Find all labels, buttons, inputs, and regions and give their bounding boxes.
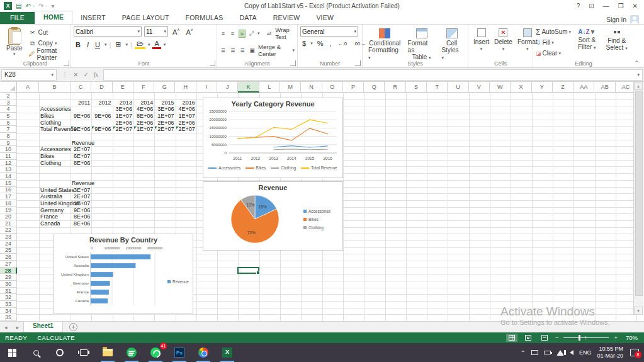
column-header-Z[interactable]: Z [553, 82, 573, 93]
insert-cells-button[interactable]: Insert▾ [471, 28, 492, 53]
row-header-7[interactable]: 7 [0, 126, 17, 133]
column-header-V[interactable]: V [469, 82, 490, 93]
tab-home[interactable]: HOME [35, 11, 72, 24]
legend-item-clothing[interactable]: Clothing [271, 166, 296, 170]
column-header-R[interactable]: R [385, 82, 406, 93]
normal-view-button[interactable] [506, 334, 517, 342]
tray-volume-icon[interactable] [570, 350, 573, 355]
grid-cell-C20[interactable]: 8E+06 [71, 213, 91, 220]
sheet-nav-left-icon[interactable]: ◂ [0, 324, 12, 331]
chart-revenue-by-country[interactable]: Revenue By Country0100000002000000030000… [54, 234, 193, 314]
column-header-K[interactable]: K [238, 82, 259, 93]
grid-cell-E3[interactable]: 2013 [113, 99, 133, 106]
font-dialog-launcher[interactable] [210, 60, 215, 66]
zoom-slider-thumb[interactable] [579, 335, 580, 341]
search-taskbar-button[interactable] [28, 345, 43, 360]
top-align-button[interactable]: ≡ [220, 30, 227, 38]
enter-formula-icon[interactable]: ✓ [83, 71, 88, 78]
percent-button[interactable]: % [315, 40, 325, 47]
series-bikes[interactable] [237, 128, 327, 140]
scroll-up-icon[interactable]: ▴ [634, 82, 643, 90]
avatar[interactable] [630, 15, 639, 24]
alignment-dialog-launcher[interactable] [290, 60, 296, 66]
photoshop-taskbar-button[interactable]: Ps [172, 345, 187, 360]
underline-button[interactable]: U [93, 41, 102, 48]
increase-decimal-button[interactable]: ←.0 [336, 41, 349, 47]
fill-button[interactable]: ⇩Fill▾ [536, 38, 571, 47]
series-total-revenue[interactable] [237, 120, 327, 139]
middle-align-button[interactable]: ≡ [229, 30, 236, 38]
legend-item-bikes[interactable]: Bikes [246, 166, 266, 170]
grid-cell-C17[interactable]: 2E+07 [71, 193, 91, 200]
task-view-taskbar-button[interactable] [76, 345, 91, 360]
borders-button[interactable]: ⊞ [113, 40, 123, 48]
action-center-icon[interactable]: 8 [630, 349, 639, 356]
formula-input[interactable]: ▾ [103, 69, 643, 81]
grid-cell-B12[interactable]: Clothing [39, 160, 71, 167]
spotify-taskbar-button[interactable] [124, 345, 139, 360]
column-header-O[interactable]: O [322, 82, 343, 93]
row-header-32[interactable]: 32 [0, 294, 17, 301]
grid-cell-F5[interactable]: 8E+06 [133, 113, 154, 120]
format-painter-button[interactable]: 🖉Format Painter [29, 49, 68, 59]
conditional-formatting-button[interactable]: ConditionalFormatting ▾ [365, 28, 405, 62]
series-clothing[interactable] [274, 149, 328, 150]
tab-page-layout[interactable]: PAGE LAYOUT [114, 12, 178, 24]
save-icon[interactable]: ▤ [16, 3, 21, 9]
new-sheet-button[interactable]: + [69, 323, 77, 331]
redo-icon[interactable]: ↷ · [38, 3, 48, 9]
row-header-24[interactable]: 24 [0, 240, 17, 247]
whatsapp-taskbar-button[interactable]: 41 [148, 345, 163, 360]
row-header-22[interactable]: 22 [0, 227, 17, 234]
help-icon[interactable]: ? [577, 3, 580, 9]
column-header-D[interactable]: D [91, 82, 112, 93]
ribbon-display-options-icon[interactable]: ⊡ [589, 3, 594, 9]
column-header-F[interactable]: F [133, 82, 154, 93]
cut-button[interactable]: ✂Cut [29, 28, 68, 37]
excel-taskbar-button[interactable]: X [220, 345, 235, 360]
legend-item-accessories[interactable]: Accessories [208, 166, 240, 170]
selected-cell-K28[interactable] [237, 267, 259, 274]
tray-clock[interactable]: 10:55 PM01-Mar-20 [597, 346, 623, 359]
fill-color-button[interactable]: 🗁 [135, 40, 145, 49]
grid-cell-E4[interactable]: 3E+06 [113, 106, 133, 113]
grid-cell-D3[interactable]: 2012 [91, 99, 112, 106]
format-as-table-button[interactable]: Format asTable ▾ [405, 28, 439, 62]
row-header-9[interactable]: 9 [0, 140, 17, 147]
row-header-28[interactable]: 28 [0, 268, 17, 274]
chrome-taskbar-button[interactable] [196, 345, 211, 360]
column-header-G[interactable]: G [154, 82, 175, 93]
grid-cell-B19[interactable]: Germany [39, 207, 71, 214]
grid-cell-C10[interactable]: 2E+07 [71, 146, 91, 153]
grid-cell-H6[interactable]: 2E+06 [176, 120, 196, 127]
grid-cell-C18[interactable]: 1E+07 [71, 200, 91, 207]
row-header-31[interactable]: 31 [0, 288, 17, 295]
tray-battery-icon[interactable] [544, 351, 551, 354]
row-header-20[interactable]: 20 [0, 213, 17, 220]
grid-cell-G5[interactable]: 1E+07 [154, 113, 175, 120]
start-taskbar-button[interactable] [4, 345, 20, 360]
column-header-X[interactable]: X [511, 82, 531, 93]
tab-data[interactable]: DATA [232, 12, 265, 24]
legend-item-bikes[interactable]: Bikes [303, 217, 330, 222]
status-calculate[interactable]: CALCULATE [27, 334, 75, 341]
grid-cell-B17[interactable]: Australia [39, 193, 71, 200]
grid-cell-H5[interactable]: 1E+07 [176, 113, 196, 120]
align-right-button[interactable]: ≣ [239, 47, 246, 55]
column-header-W[interactable]: W [490, 82, 511, 93]
row-header-5[interactable]: 5 [0, 113, 17, 120]
grid-cell-B10[interactable]: Accessories [39, 146, 71, 153]
grid-cell-B5[interactable]: Bikes [39, 113, 71, 120]
tray-language[interactable]: ENG [579, 349, 592, 356]
row-header-35[interactable]: 35 [0, 314, 17, 321]
currency-button[interactable]: $ [300, 40, 308, 47]
cortana-taskbar-button[interactable] [52, 345, 67, 360]
zoom-out-button[interactable]: − [555, 334, 559, 341]
grid-cell-C3[interactable]: 2011 [71, 99, 91, 106]
row-header-6[interactable]: 6 [0, 120, 17, 127]
minimize-icon[interactable]: — [603, 3, 609, 9]
comma-button[interactable]: , [327, 40, 333, 47]
collapse-ribbon-icon[interactable]: ⌃ [634, 60, 639, 66]
tab-review[interactable]: REVIEW [265, 12, 308, 24]
grid-cell-G4[interactable]: 3E+06 [154, 106, 175, 113]
